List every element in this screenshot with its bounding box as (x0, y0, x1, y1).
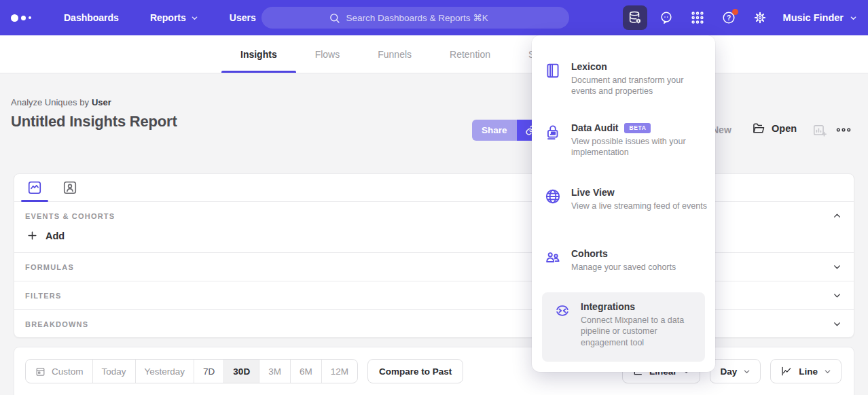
topbar-icon-group: ? (623, 5, 772, 30)
nav-dashboards[interactable]: Dashboards (64, 12, 119, 23)
menu-item-integrations[interactable]: Integrations Connect Mixpanel to a data … (554, 301, 698, 348)
calendar-icon (35, 366, 46, 377)
tab-users-mode[interactable] (55, 174, 85, 201)
menu-item-live-view[interactable]: Live View View a live streaming feed of … (544, 187, 707, 211)
tab-funnels[interactable]: Funnels (359, 35, 431, 73)
tab-insights[interactable]: Insights (221, 35, 296, 73)
tab-retention[interactable]: Retention (431, 35, 509, 73)
range-label: Yesterday (145, 366, 185, 377)
more-dots-icon (835, 124, 852, 135)
menu-item-description: Connect Mixpanel to a data pipeline or c… (581, 315, 698, 348)
menu-item-title: Lexicon (571, 61, 607, 72)
builder-mode-tabs (14, 174, 854, 202)
top-navigation-bar: Dashboards Reports Users (0, 0, 868, 35)
compare-to-past-button[interactable]: Compare to Past (367, 359, 463, 383)
chevron-down-icon[interactable] (833, 291, 842, 300)
chevron-down-icon[interactable] (833, 320, 842, 328)
formulas-section-header[interactable]: FORMULAS (14, 252, 854, 281)
menu-item-title: Cohorts (571, 248, 608, 259)
chart-add-icon (812, 123, 827, 138)
folder-icon (752, 122, 765, 135)
data-management-dropdown: Lexicon Document and transform your even… (532, 35, 715, 372)
filters-label: FILTERS (25, 292, 61, 300)
apps-grid-icon (690, 10, 705, 25)
search-input[interactable] (346, 13, 503, 23)
range-30d[interactable]: 30D (223, 360, 259, 383)
filters-section-header[interactable]: FILTERS (14, 281, 854, 309)
people-icon (544, 249, 562, 273)
menu-item-description: Document and transform your events and p… (571, 75, 707, 97)
open-report-button[interactable]: Open (752, 122, 797, 135)
breakdowns-label: BREAKDOWNS (25, 320, 88, 328)
share-label: Share (482, 125, 507, 135)
page-title[interactable]: Untitled Insights Report (11, 113, 177, 131)
menu-item-lexicon[interactable]: Lexicon Document and transform your even… (544, 61, 707, 97)
insights-chart-icon (27, 180, 42, 195)
more-actions-button[interactable] (835, 124, 852, 135)
plus-icon (26, 230, 38, 241)
menu-item-description: Manage your saved cohorts (571, 262, 676, 273)
apps-grid-button[interactable] (685, 5, 710, 30)
range-label: 7D (203, 366, 215, 377)
user-profile-icon (62, 180, 77, 195)
chevron-down-icon[interactable] (833, 262, 842, 271)
global-search[interactable] (261, 7, 569, 29)
menu-item-title: Data Audit (571, 122, 618, 133)
menu-item-description: View a live streaming feed of events (571, 201, 707, 211)
menu-item-cohorts[interactable]: Cohorts Manage your saved cohorts (544, 248, 707, 273)
tab-events-mode[interactable] (20, 174, 50, 201)
project-switcher[interactable]: Music Finder (783, 12, 857, 23)
menu-item-data-audit[interactable]: Data Audit BETA View possible issues wit… (544, 122, 707, 158)
chart-controls-card: Custom Today Yesterday 7D 30D 3M 6M 12M … (14, 347, 854, 395)
breadcrumb: Analyze Uniques byUser (11, 97, 111, 107)
beta-badge: BETA (624, 123, 651, 133)
help-button[interactable]: ? (717, 5, 741, 30)
chevron-down-icon (824, 368, 831, 375)
range-label: 3M (268, 366, 281, 377)
nav-users[interactable]: Users (230, 12, 256, 23)
menu-item-title: Live View (571, 187, 615, 198)
range-label: 6M (300, 366, 312, 377)
chart-type-dropdown[interactable]: Line (770, 359, 842, 383)
chevron-down-icon (743, 368, 751, 375)
range-today[interactable]: Today (92, 360, 135, 383)
book-icon (544, 62, 562, 97)
date-range-segmented-control: Custom Today Yesterday 7D 30D 3M 6M 12M (25, 359, 358, 383)
add-event-button[interactable]: Add (14, 220, 854, 252)
breadcrumb-entity[interactable]: User (92, 97, 111, 107)
query-builder-card: EVENTS & COHORTS Add FORMULAS FILTERS BR… (14, 173, 854, 338)
compare-label: Compare to Past (379, 366, 452, 377)
range-6m[interactable]: 6M (290, 360, 321, 383)
tab-flows[interactable]: Flows (296, 35, 359, 73)
add-label: Add (46, 230, 65, 241)
menu-item-description: View possible issues with your implement… (571, 136, 707, 158)
range-3m[interactable]: 3M (259, 360, 290, 383)
project-name: Music Finder (783, 12, 844, 23)
add-to-dashboard-button[interactable] (812, 123, 827, 138)
interval-label: Day (720, 366, 737, 377)
events-section-header[interactable]: EVENTS & COHORTS (14, 202, 854, 220)
search-icon (329, 12, 340, 24)
chevron-up-icon[interactable] (833, 211, 842, 220)
range-yesterday[interactable]: Yesterday (135, 360, 194, 383)
chevron-down-icon (850, 14, 857, 22)
messages-button[interactable] (654, 5, 679, 30)
primary-nav: Dashboards Reports Users (64, 12, 256, 23)
range-label: 30D (233, 366, 250, 377)
range-12m[interactable]: 12M (321, 360, 357, 383)
settings-button[interactable] (748, 5, 772, 30)
breakdowns-section-header[interactable]: BREAKDOWNS (14, 309, 854, 338)
nav-reports[interactable]: Reports (150, 12, 198, 23)
range-7d[interactable]: 7D (194, 360, 223, 383)
mixpanel-logo[interactable] (11, 14, 42, 22)
svg-text:?: ? (726, 14, 730, 22)
interval-dropdown[interactable]: Day (710, 359, 761, 383)
nav-reports-label: Reports (150, 12, 186, 23)
nav-users-label: Users (230, 12, 256, 23)
range-custom[interactable]: Custom (26, 360, 92, 383)
menu-item-highlight: Integrations Connect Mixpanel to a data … (542, 292, 705, 362)
share-button[interactable]: Share (472, 120, 517, 141)
sync-icon (554, 302, 571, 348)
data-management-icon (628, 10, 643, 25)
data-management-button[interactable] (623, 5, 647, 30)
